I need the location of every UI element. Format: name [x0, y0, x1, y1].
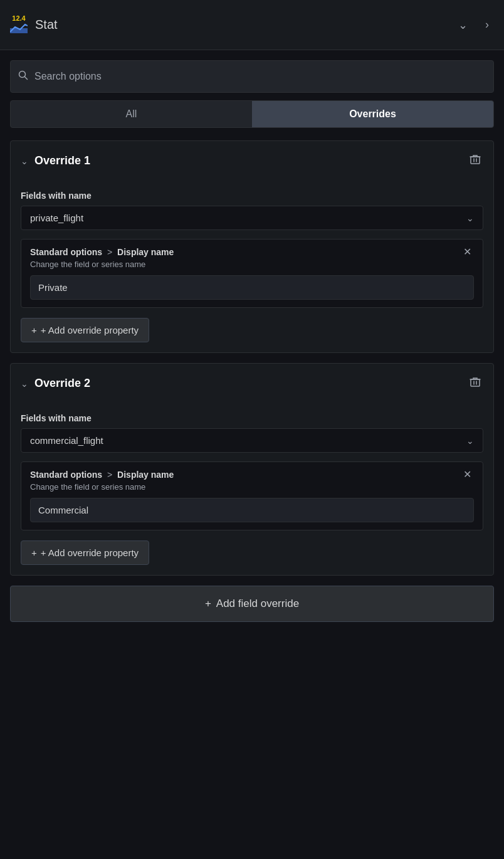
tab-bar: All Overrides — [10, 100, 494, 128]
override-2-body: Fields with name commercial_flight ⌄ Sta… — [11, 403, 493, 575]
override-2-property-path: Standard options > Display name — [30, 470, 174, 480]
override-2-delete-icon[interactable] — [467, 374, 483, 393]
override-2-field-select[interactable]: commercial_flight ⌄ — [21, 428, 483, 453]
override-1-fields-label: Fields with name — [21, 191, 483, 201]
override-1-title: Override 1 — [34, 154, 461, 167]
override-1-add-property-label: + Add override property — [41, 325, 139, 335]
override-2-property-section: Standard options — [30, 470, 102, 480]
search-input[interactable] — [34, 71, 486, 82]
override-2-property-input[interactable] — [30, 498, 474, 522]
svg-rect-3 — [471, 157, 480, 164]
override-1-property-path: Standard options > Display name — [30, 247, 174, 257]
override-1-property-header: Standard options > Display name ✕ — [30, 247, 474, 257]
override-1-property-section: Standard options — [30, 247, 102, 257]
logo: 12.4 — [10, 15, 28, 34]
override-1-property-input[interactable] — [30, 275, 474, 300]
svg-line-2 — [25, 77, 28, 80]
search-icon — [18, 70, 28, 83]
override-2-select-chevron-icon: ⌄ — [466, 436, 474, 446]
override-2-property-desc: Change the field or series name — [30, 482, 474, 492]
tab-overrides[interactable]: Overrides — [252, 101, 493, 127]
panel-title: Stat — [35, 18, 446, 32]
override-2-header: ⌄ Override 2 — [11, 364, 493, 403]
override-2-property-row: Standard options > Display name ✕ Change… — [21, 461, 483, 530]
override-2-fields-label: Fields with name — [21, 413, 483, 423]
override-1-property-close-button[interactable]: ✕ — [461, 247, 474, 257]
override-1-header: ⌄ Override 1 — [11, 141, 493, 181]
tab-all[interactable]: All — [11, 101, 252, 127]
override-2-property-arrow: > — [107, 470, 115, 480]
override-1-property-arrow: > — [107, 247, 115, 257]
override-1-section: ⌄ Override 1 Fields with name private_fl… — [10, 140, 494, 353]
override-1-body: Fields with name private_flight ⌄ Standa… — [11, 181, 493, 352]
override-1-property-row: Standard options > Display name ✕ Change… — [21, 239, 483, 308]
override-2-field-value: commercial_flight — [30, 435, 103, 446]
arrow-right-button[interactable]: › — [480, 13, 494, 36]
main-content: All Overrides ⌄ Override 1 Fields with n… — [0, 50, 504, 632]
override-2-title: Override 2 — [34, 377, 461, 390]
panel-header: 12.4 Stat ⌄ › — [0, 0, 504, 50]
override-2-add-property-button[interactable]: + + Add override property — [21, 540, 149, 565]
override-1-property-name: Display name — [117, 247, 174, 257]
override-1-delete-icon[interactable] — [467, 151, 483, 171]
override-2-property-close-button[interactable]: ✕ — [461, 470, 474, 480]
override-2-add-property-plus-icon: + — [31, 547, 37, 558]
add-field-override-plus-icon: + — [205, 598, 211, 610]
override-1-add-property-button[interactable]: + + Add override property — [21, 318, 149, 342]
logo-icon — [10, 23, 28, 34]
svg-rect-7 — [471, 379, 480, 386]
override-2-property-name: Display name — [117, 470, 174, 480]
chevron-down-button[interactable]: ⌄ — [453, 13, 473, 37]
override-1-select-chevron-icon: ⌄ — [466, 213, 474, 223]
override-2-add-property-label: + Add override property — [41, 547, 139, 558]
search-bar — [10, 60, 494, 93]
version-label: 12.4 — [12, 15, 25, 22]
override-1-field-value: private_flight — [30, 213, 83, 223]
override-1-collapse-icon[interactable]: ⌄ — [21, 156, 28, 166]
override-1-property-desc: Change the field or series name — [30, 260, 474, 269]
override-1-field-select[interactable]: private_flight ⌄ — [21, 206, 483, 230]
override-1-add-property-plus-icon: + — [31, 325, 37, 335]
add-field-override-label: Add field override — [216, 598, 299, 610]
override-2-property-header: Standard options > Display name ✕ — [30, 470, 474, 480]
add-field-override-button[interactable]: + Add field override — [10, 586, 494, 622]
override-2-section: ⌄ Override 2 Fields with name commercial… — [10, 363, 494, 576]
override-2-collapse-icon[interactable]: ⌄ — [21, 379, 28, 389]
